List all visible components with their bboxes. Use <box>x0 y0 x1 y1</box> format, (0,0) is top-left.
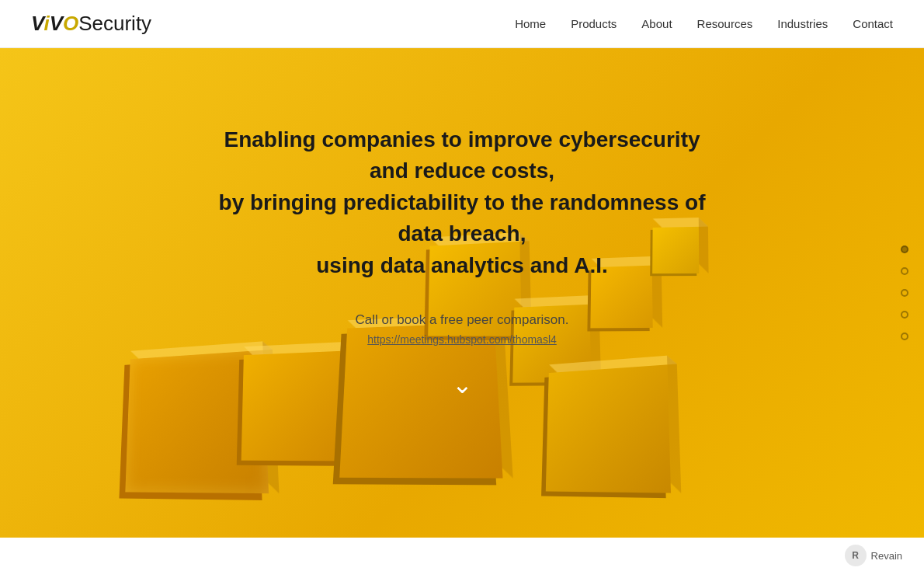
nav-item-about[interactable]: About <box>641 17 672 31</box>
logo-v2: V <box>50 12 63 35</box>
scroll-dot-5[interactable] <box>901 333 908 340</box>
logo-security: Security <box>78 12 151 36</box>
scroll-dots <box>901 245 908 340</box>
nav-item-home[interactable]: Home <box>515 17 546 31</box>
nav-link-resources[interactable]: Resources <box>697 17 753 30</box>
logo-v: V <box>31 12 43 35</box>
hero-section: Enabling companies to improve cybersecur… <box>0 48 924 538</box>
logo-o: O <box>63 12 78 35</box>
nav-item-contact[interactable]: Contact <box>853 17 893 31</box>
nav-link-about[interactable]: About <box>641 17 672 30</box>
products-section: Products <box>0 538 924 585</box>
revain-icon: R <box>845 545 867 566</box>
hero-booking-link[interactable]: https://meetings.hubspot.com/thomasl4 <box>367 333 557 346</box>
nav-item-resources[interactable]: Resources <box>697 17 753 31</box>
nav-link-contact[interactable]: Contact <box>853 17 893 30</box>
nav-links: Home Products About Resources Industries… <box>515 17 893 31</box>
logo-i: i <box>43 12 49 35</box>
hero-headline: Enabling companies to improve cybersecur… <box>206 124 718 282</box>
navbar: ViVO Security Home Products About Resour… <box>0 0 924 48</box>
logo-vivo: ViVO <box>31 12 78 36</box>
logo[interactable]: ViVO Security <box>31 12 151 36</box>
scroll-dot-3[interactable] <box>901 289 908 297</box>
nav-link-industries[interactable]: Industries <box>777 17 828 30</box>
scroll-dot-4[interactable] <box>901 311 908 319</box>
nav-link-products[interactable]: Products <box>571 17 617 30</box>
nav-link-home[interactable]: Home <box>515 17 546 30</box>
revain-label: Revain <box>871 550 902 562</box>
scroll-dot-1[interactable] <box>901 245 908 253</box>
hero-cta: Call or book a free peer comparison. <box>206 312 718 328</box>
hero-chevron-icon[interactable]: ⌄ <box>206 370 718 399</box>
hero-content: Enabling companies to improve cybersecur… <box>190 124 734 400</box>
nav-item-products[interactable]: Products <box>571 17 617 31</box>
nav-item-industries[interactable]: Industries <box>777 17 828 31</box>
revain-badge: R Revain <box>839 541 908 569</box>
scroll-dot-2[interactable] <box>901 267 908 275</box>
